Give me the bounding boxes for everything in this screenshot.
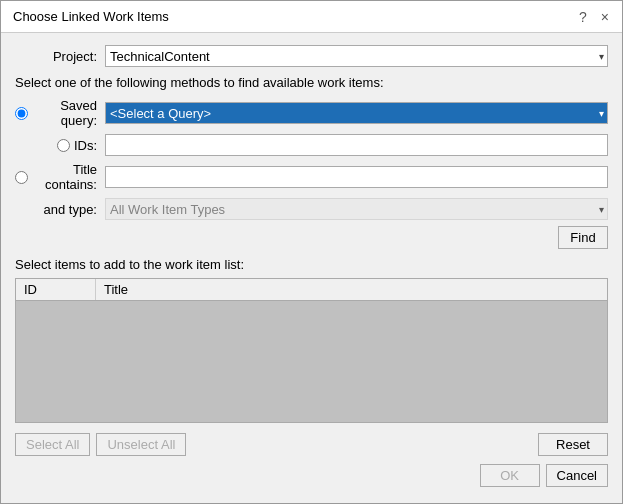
title-contains-radio-label: Title contains: <box>15 162 105 192</box>
project-label: Project: <box>15 49 105 64</box>
ids-input[interactable] <box>105 134 608 156</box>
title-contains-input[interactable] <box>105 166 608 188</box>
work-item-list-label: Select items to add to the work item lis… <box>15 257 608 272</box>
dialog-body: Project: TechnicalContent ▾ Select one o… <box>1 33 622 503</box>
bottom-row: Select All Unselect All Reset <box>15 433 608 456</box>
find-row: Find <box>15 226 608 249</box>
title-contains-label: Title contains: <box>32 162 97 192</box>
choose-linked-work-items-dialog: Choose Linked Work Items ? × Project: Te… <box>0 0 623 504</box>
saved-query-select[interactable]: <Select a Query> <box>105 102 608 124</box>
title-bar-controls: ? × <box>576 10 612 24</box>
project-select-wrapper: TechnicalContent ▾ <box>105 45 608 67</box>
help-button[interactable]: ? <box>576 10 590 24</box>
saved-query-label: Saved query: <box>32 98 97 128</box>
project-row: Project: TechnicalContent ▾ <box>15 45 608 67</box>
table-header-id: ID <box>16 279 96 300</box>
saved-query-row: Saved query: <Select a Query> ▾ <box>15 98 608 128</box>
title-contains-radio[interactable] <box>15 171 28 184</box>
saved-query-select-wrapper: <Select a Query> ▾ <box>105 102 608 124</box>
unselect-all-button[interactable]: Unselect All <box>96 433 186 456</box>
title-bar: Choose Linked Work Items ? × <box>1 1 622 33</box>
ids-radio[interactable] <box>57 139 70 152</box>
cancel-button[interactable]: Cancel <box>546 464 608 487</box>
saved-query-radio[interactable] <box>15 107 28 120</box>
and-type-select[interactable]: All Work Item Types <box>105 198 608 220</box>
saved-query-radio-label: Saved query: <box>15 98 105 128</box>
table-header-title: Title <box>96 279 607 300</box>
ids-row: IDs: <box>15 134 608 156</box>
ids-label: IDs: <box>74 138 97 153</box>
find-button[interactable]: Find <box>558 226 608 249</box>
close-button[interactable]: × <box>598 10 612 24</box>
table-header: ID Title <box>16 279 607 301</box>
bottom-right-buttons: Reset <box>538 433 608 456</box>
ok-button[interactable]: OK <box>480 464 540 487</box>
footer-row: OK Cancel <box>15 464 608 491</box>
bottom-left-buttons: Select All Unselect All <box>15 433 186 456</box>
dialog-title: Choose Linked Work Items <box>13 9 169 24</box>
ids-radio-label: IDs: <box>15 138 105 153</box>
project-select[interactable]: TechnicalContent <box>105 45 608 67</box>
and-type-select-wrapper: All Work Item Types ▾ <box>105 198 608 220</box>
title-contains-row: Title contains: <box>15 162 608 192</box>
and-type-label: and type: <box>15 202 105 217</box>
select-all-button[interactable]: Select All <box>15 433 90 456</box>
work-item-table-container: ID Title <box>15 278 608 423</box>
instruction-text: Select one of the following methods to f… <box>15 75 608 90</box>
and-type-row: and type: All Work Item Types ▾ <box>15 198 608 220</box>
reset-button[interactable]: Reset <box>538 433 608 456</box>
